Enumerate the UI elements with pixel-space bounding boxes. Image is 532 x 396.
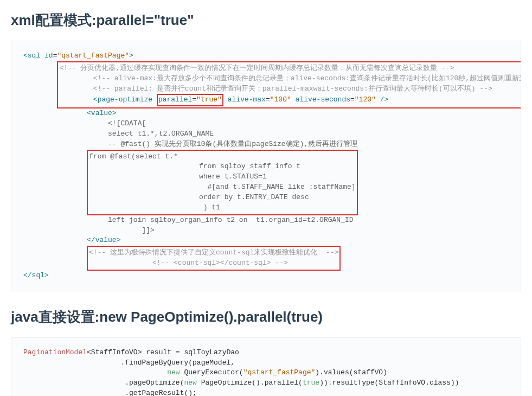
j-l3b: QueryExecutor( [180,368,243,376]
po-close: /> [376,95,388,104]
j-l3-new: new [167,368,180,376]
po-alivemax: alive-max [228,95,266,104]
red-box-bottom: <!-- 这里为极特殊情况下提供了自定义count-sql来实现极致性能优化 -… [87,246,341,271]
from-6: ) t1 [152,203,220,212]
from-5: order by t.ENTRY_DATE desc [152,193,309,201]
comment-1: <!-- 分页优化器,通过缓存实现查询条件一致的情况下在一定时间周期内缓存总记录… [59,64,454,72]
cdata-close: ]]> [142,226,154,234]
j-l2: .findPageByQuery(pageModel, [23,359,235,367]
heading-xml: xml配置模式:parallel="true" [11,11,521,30]
sql-comment: -- @fast() 实现先分页取10条(具体数量由pageSize确定),然后… [108,140,357,148]
value-close: </value> [87,236,120,244]
j-l3-str: "qstart_fastPage" [243,368,316,376]
comment-5: <!-- <count-sql></count-sql> --> [152,259,288,267]
from-2: from sqltoy_staff_info t [152,162,300,170]
po-open: <page-optimize [93,95,157,104]
j-type: PaginationModel [23,348,87,356]
po-parallel: parallel [158,95,192,104]
comment-4: <!-- 这里为极特殊情况下提供了自定义count-sql来实现极致性能优化 -… [89,248,338,257]
j-l4-true: true [303,379,319,387]
xml-code-block: <sql id="qstart_fastPage"> <!-- 分页优化器,通过… [11,41,521,291]
po-parallel-eq: = [192,95,196,104]
po-alivemax-eq: = [266,95,270,104]
j-l4a: .pageOptimize( [23,379,184,387]
from-1: from @fast(select t.* [89,152,178,161]
sql-open: <sql [23,52,44,60]
j-l4c: )).resultType(StaffInfoVO.class)) [319,379,459,387]
sql-id-val: "qstart_fastPage" [57,52,129,60]
sql-id-attr: id [44,52,53,60]
from-4: #[and t.STAFF_NAME like :staffName] [152,183,355,191]
select-line: select t1.*,t2.ORGAN_NAME [108,130,214,138]
comment-3: <!-- parallel: 是否并行count和记录查询开关；parallel… [93,85,492,93]
j-l4b: PageOptimize().parallel( [197,379,303,387]
red-box-parallel: parallel="true" [157,94,223,106]
sql-open-end: > [129,52,133,60]
po-alivesec: alive-seconds [291,95,350,104]
red-box-fast: from @fast(select t.* from sqltoy_staff_… [87,150,358,215]
join-line: left join sqltoy_organ_info t2 on t1.org… [108,216,353,224]
po-alivesec-eq: = [350,95,355,104]
j-l3c: ).values(staffVO) [315,368,387,376]
red-box-top: <!-- 分页优化器,通过缓存实现查询条件一致的情况下在一定时间周期内缓存总记录… [57,61,521,108]
from-3: where t.STATUS=1 [152,173,267,181]
cdata-open: <![CDATA[ [108,119,146,127]
po-alivemax-val: "100" [270,95,291,104]
j-l5: .getPageResult(); [23,389,197,396]
j-l4-new: new [184,379,196,387]
j-l1b: <StaffInfoVO> result = sqlToyLazyDao [87,348,239,356]
po-parallel-val: "true" [196,95,222,104]
sql-close: </sql> [23,271,49,279]
heading-java: java直接设置:new PageOptimize().parallel(tru… [11,308,521,327]
j-l3a [23,368,167,376]
comment-2: <!-- alive-max:最大存放多少个不同查询条件的总记录量；alive-… [93,74,521,82]
po-alivesec-val: "120" [355,95,376,104]
value-open: <value> [87,109,117,117]
java-code-block: PaginationModel<StaffInfoVO> result = sq… [11,337,521,396]
